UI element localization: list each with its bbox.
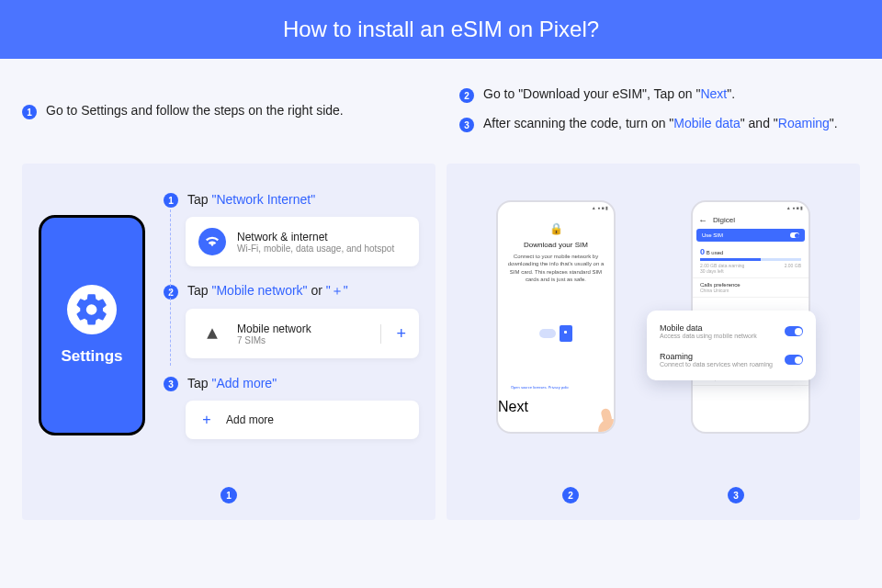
panel-settings-steps: Settings 1 Tap "Network Internet" Networ… — [22, 164, 435, 520]
plus-icon[interactable]: + — [380, 324, 406, 344]
page-title: How to install an eSIM on Pixel? — [0, 0, 882, 59]
panels: Settings 1 Tap "Network Internet" Networ… — [0, 164, 882, 520]
substep-2: 2 Tap "Mobile network" or "＋" Mobile net… — [164, 283, 419, 358]
toggle-icon — [790, 232, 799, 238]
highlight-roaming: Roaming — [778, 116, 830, 130]
substep-3: 3 Tap "Add more" + Add more — [164, 375, 419, 439]
wifi-icon — [198, 228, 226, 255]
next-button[interactable]: Next — [498, 399, 614, 415]
plus-icon: + — [198, 412, 215, 428]
highlight-mobile-data: Mobile data — [673, 116, 740, 130]
substep-3-number: 3 — [164, 377, 178, 391]
footer-links: Open source licenses. Privacy polic — [507, 385, 605, 390]
step-number-2: 2 — [459, 88, 474, 103]
data-usage-row: 0 B used 2.00 GB data warning 30 days le… — [693, 243, 808, 278]
card-subtitle: Wi-Fi, mobile, data usage, and hotspot — [237, 243, 394, 254]
step-number-1: 1 — [22, 105, 37, 119]
overlay-toggles: Mobile data Access data using mobile net… — [647, 311, 816, 380]
finger-pointer-icon — [596, 416, 616, 434]
card-mobile-network[interactable]: Mobile network 7 SIMs + — [186, 309, 419, 358]
status-bar: ▲ ● ■ ▮ — [693, 202, 808, 213]
lock-icon: 🔒 — [507, 222, 605, 235]
instruction-3: 3 After scanning the code, turn on "Mobi… — [459, 116, 860, 132]
sim-icon — [560, 325, 572, 342]
substep-1-number: 1 — [164, 193, 178, 208]
download-sim-title: Download your SIM — [507, 241, 605, 249]
panel-badge-1: 1 — [220, 487, 237, 503]
panel-badge-3: 3 — [728, 487, 744, 503]
card-add-more[interactable]: + Add more — [186, 401, 419, 439]
step-number-3: 3 — [459, 118, 474, 132]
panel-phone-screens: ▲ ● ■ ▮ 🔒 Download your SIM Connect to y… — [447, 164, 860, 520]
usage-bar — [700, 258, 801, 261]
top-instructions: 1 Go to Settings and follow the steps on… — [0, 59, 882, 164]
highlight-next: Next — [700, 86, 727, 101]
instruction-2: 2 Go to "Download your eSIM", Tap on "Ne… — [459, 86, 860, 103]
status-bar: ▲ ● ■ ▮ — [498, 202, 614, 213]
panel-badge-2: 2 — [562, 487, 579, 503]
switch-icon[interactable] — [785, 355, 803, 365]
settings-label: Settings — [61, 347, 122, 366]
carrier-name: Digicel — [713, 216, 735, 224]
instruction-1-text: Go to Settings and follow the steps on t… — [46, 103, 344, 118]
mobile-data-toggle[interactable]: Mobile data Access data using mobile net… — [660, 320, 803, 343]
substep-2-number: 2 — [164, 285, 178, 300]
download-sim-desc: Connect to your mobile network by downlo… — [507, 253, 605, 284]
gear-icon — [67, 285, 117, 334]
card-title: Network & internet — [237, 231, 394, 243]
phone-mock-settings: Settings — [39, 215, 145, 435]
substep-1-action: "Network Internet" — [211, 192, 315, 207]
roaming-toggle[interactable]: Roaming Connect to data services when ro… — [660, 348, 803, 371]
phone-download-sim: ▲ ● ■ ▮ 🔒 Download your SIM Connect to y… — [496, 200, 616, 434]
calls-preference-row[interactable]: Calls preference China Unicom — [693, 278, 808, 298]
signal-icon — [198, 320, 226, 347]
cloud-icon — [539, 329, 556, 338]
use-sim-toggle[interactable]: Use SIM — [696, 229, 805, 242]
back-icon[interactable]: ← — [698, 215, 707, 225]
sim-illustration — [507, 306, 605, 361]
instructions-right: 2 Go to "Download your eSIM", Tap on "Ne… — [459, 86, 860, 145]
card-network-internet[interactable]: Network & internet Wi-Fi, mobile, data u… — [186, 217, 419, 266]
instruction-1: 1 Go to Settings and follow the steps on… — [22, 86, 423, 145]
titlebar: ← Digicel — [693, 213, 808, 227]
dotted-connector — [170, 209, 171, 366]
switch-icon[interactable] — [785, 326, 803, 336]
substep-1: 1 Tap "Network Internet" Network & inter… — [164, 191, 419, 266]
